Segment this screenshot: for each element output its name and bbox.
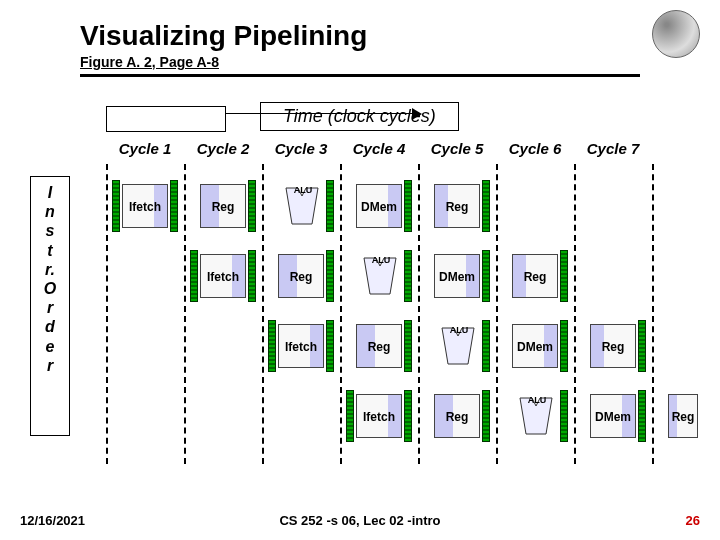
latch-bar-icon <box>268 320 276 372</box>
cycle-label: Cycle 7 <box>574 140 652 157</box>
latch-bar-icon <box>326 320 334 372</box>
stage-reg-write: Reg <box>512 254 558 298</box>
title-underline <box>80 74 640 77</box>
instr-label-line: r <box>31 298 69 317</box>
stage-reg-read: Reg <box>434 394 480 438</box>
stage-dmem: DMem <box>356 184 402 228</box>
slide-subtitle: Figure A. 2, Page A-8 <box>80 54 219 70</box>
cycle-divider <box>340 164 342 464</box>
footer-page-number: 26 <box>686 513 700 528</box>
stage-ifetch: Ifetch <box>200 254 246 298</box>
institution-logo <box>652 10 700 58</box>
latch-bar-icon <box>482 250 490 302</box>
pipeline-grid: Ifetch Reg ALU DMem Reg Ifetch Reg AL <box>106 164 706 464</box>
cycle-divider <box>262 164 264 464</box>
stage-reg-write: Reg <box>590 324 636 368</box>
latch-bar-icon <box>404 180 412 232</box>
cycle-label: Cycle 6 <box>496 140 574 157</box>
stage-reg-write: Reg <box>668 394 698 438</box>
instr-label-line: O <box>31 279 69 298</box>
stage-alu: ALU <box>360 256 400 296</box>
instr-label-line: r <box>31 356 69 375</box>
instr-label-line: I <box>31 183 69 202</box>
latch-bar-icon <box>170 180 178 232</box>
cycle-divider <box>184 164 186 464</box>
stage-dmem: DMem <box>590 394 636 438</box>
stage-ifetch: Ifetch <box>278 324 324 368</box>
alu-label: ALU <box>288 170 318 210</box>
stage-alu: ALU <box>516 396 556 436</box>
instr-label-line: n <box>31 202 69 221</box>
cycle-header-row: Cycle 1 Cycle 2 Cycle 3 Cycle 4 Cycle 5 … <box>106 140 706 164</box>
latch-bar-icon <box>190 250 198 302</box>
slide-title: Visualizing Pipelining <box>80 20 367 52</box>
cycle-label: Cycle 5 <box>418 140 496 157</box>
stage-ifetch: Ifetch <box>356 394 402 438</box>
latch-bar-icon <box>326 180 334 232</box>
latch-bar-icon <box>248 250 256 302</box>
latch-bar-icon <box>638 320 646 372</box>
pipeline-diagram: Cycle 1 Cycle 2 Cycle 3 Cycle 4 Cycle 5 … <box>106 140 706 464</box>
latch-bar-icon <box>346 390 354 442</box>
latch-bar-icon <box>482 180 490 232</box>
cycle-label: Cycle 4 <box>340 140 418 157</box>
cycle-label: Cycle 2 <box>184 140 262 157</box>
latch-bar-icon <box>326 250 334 302</box>
stage-dmem: DMem <box>434 254 480 298</box>
alu-label: ALU <box>522 380 552 420</box>
cycle-label: Cycle 1 <box>106 140 184 157</box>
footer-course: CS 252 -s 06, Lec 02 -intro <box>0 513 720 528</box>
latch-bar-icon <box>560 320 568 372</box>
alu-label: ALU <box>444 310 474 350</box>
latch-bar-icon <box>112 180 120 232</box>
stage-reg-read: Reg <box>200 184 246 228</box>
instr-label-line: d <box>31 317 69 336</box>
latch-bar-icon <box>482 390 490 442</box>
alu-label: ALU <box>366 240 396 280</box>
cycle-divider <box>418 164 420 464</box>
latch-bar-icon <box>404 320 412 372</box>
stage-reg-read: Reg <box>356 324 402 368</box>
latch-bar-icon <box>638 390 646 442</box>
cycle-divider <box>574 164 576 464</box>
stage-reg-read: Reg <box>278 254 324 298</box>
cycle-divider <box>106 164 108 464</box>
latch-bar-icon <box>482 320 490 372</box>
instr-label-line: t <box>31 241 69 260</box>
instr-label-line: s <box>31 221 69 240</box>
latch-bar-icon <box>404 250 412 302</box>
time-arrow-origin-box <box>106 106 226 132</box>
instr-label-line: r. <box>31 260 69 279</box>
time-axis-label: Time (clock cycles) <box>260 102 459 131</box>
cycle-divider <box>652 164 654 464</box>
stage-dmem: DMem <box>512 324 558 368</box>
instruction-order-label: I n s t r. O r d e r <box>30 176 70 436</box>
cycle-label: Cycle 3 <box>262 140 340 157</box>
instr-label-line: e <box>31 337 69 356</box>
cycle-divider <box>496 164 498 464</box>
latch-bar-icon <box>248 180 256 232</box>
latch-bar-icon <box>404 390 412 442</box>
latch-bar-icon <box>560 390 568 442</box>
stage-reg-write: Reg <box>434 184 480 228</box>
stage-alu: ALU <box>438 326 478 366</box>
stage-alu: ALU <box>282 186 322 226</box>
stage-ifetch: Ifetch <box>122 184 168 228</box>
latch-bar-icon <box>560 250 568 302</box>
